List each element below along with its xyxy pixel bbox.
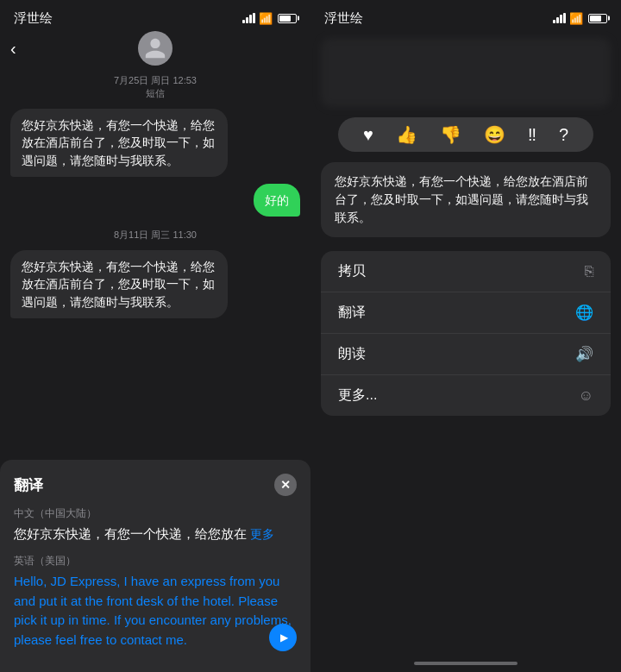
- context-menu-copy[interactable]: 拷贝 ⎘: [321, 251, 611, 292]
- blurred-contact-area: [321, 38, 611, 107]
- context-menu-copy-label: 拷贝: [338, 262, 366, 280]
- right-context-area: ♥ 👍 👎 😄 ‼ ? 您好京东快递，有您一个快递，给您放在酒店前台了，您及时取…: [310, 31, 621, 655]
- context-translate-icon: 🌐: [575, 304, 593, 322]
- more-link[interactable]: 更多: [250, 527, 274, 541]
- reaction-thumbdown[interactable]: 👎: [440, 124, 461, 145]
- battery-icon: [278, 14, 297, 23]
- context-more-icon: ☺: [579, 387, 593, 405]
- message-bubble-2[interactable]: 好的: [254, 184, 300, 217]
- reaction-heart[interactable]: ♥: [363, 125, 373, 145]
- context-menu-more-label: 更多...: [338, 386, 377, 405]
- right-signal-icon: [553, 13, 566, 23]
- right-home-bar: [414, 662, 518, 665]
- right-status-bar: 浮世绘 📶: [310, 0, 621, 31]
- context-menu: 拷贝 ⎘ 翻译 🌐 朗读 🔊 更多... ☺: [321, 251, 611, 416]
- right-app-title: 浮世绘: [324, 10, 363, 27]
- translation-title: 翻译: [14, 475, 43, 495]
- reaction-smile[interactable]: 😄: [484, 124, 505, 145]
- context-menu-read[interactable]: 朗读 🔊: [321, 334, 611, 375]
- translation-header: 翻译 ✕: [14, 474, 297, 496]
- translated-text: Hello, JD Express, I have an express fro…: [14, 572, 297, 650]
- reaction-question[interactable]: ?: [559, 125, 568, 145]
- right-phone-panel: 浮世绘 📶 ♥ 👍 👎 😄 ‼ ? 您好京东快递: [310, 0, 621, 672]
- message-bubble-1[interactable]: 您好京东快递，有您一个快递，给您放在酒店前台了，您及时取一下，如遇问题，请您随时…: [10, 109, 228, 177]
- reaction-thumbup[interactable]: 👍: [396, 124, 417, 145]
- reaction-exclamation[interactable]: ‼: [528, 125, 536, 145]
- translation-close-button[interactable]: ✕: [274, 474, 297, 496]
- date-label-1: 7月25日 周日 12:53 短信: [10, 74, 300, 100]
- left-status-icons: 📶: [242, 12, 297, 25]
- context-menu-translate-label: 翻译: [338, 304, 366, 322]
- translation-panel: 翻译 ✕ 中文（中国大陆） 您好京东快递，有您一个快递，给您放在 更多 英语（美…: [0, 460, 310, 672]
- sms-label: 短信: [146, 88, 165, 98]
- context-copy-icon: ⎘: [585, 263, 593, 280]
- left-status-bar: 浮世绘 📶: [0, 0, 310, 31]
- wifi-icon: 📶: [259, 12, 273, 25]
- source-lang-label: 中文（中国大陆）: [14, 506, 297, 521]
- back-button[interactable]: ‹: [10, 39, 16, 59]
- left-app-title: 浮世绘: [14, 10, 53, 27]
- context-menu-translate[interactable]: 翻译 🌐: [321, 292, 611, 334]
- contact-avatar[interactable]: [138, 31, 172, 66]
- left-phone-panel: 浮世绘 📶 ‹ 7月25日 周日 12:53 短信: [0, 0, 310, 672]
- right-home-indicator: [310, 655, 621, 672]
- left-messages-area: 7月25日 周日 12:53 短信 您好京东快递，有您一个快递，给您放在酒店前台…: [0, 69, 310, 524]
- left-nav-bar: ‹: [0, 31, 310, 69]
- context-menu-read-label: 朗读: [338, 345, 366, 363]
- target-lang-label: 英语（美国）: [14, 554, 297, 568]
- original-text: 您好京东快递，有您一个快递，给您放在 更多: [14, 524, 297, 543]
- right-status-icons: 📶: [553, 12, 607, 25]
- context-message-bubble: 您好京东快递，有您一个快递，给您放在酒店前台了，您及时取一下，如遇问题，请您随时…: [321, 162, 611, 237]
- right-wifi-icon: 📶: [569, 12, 583, 25]
- context-menu-more[interactable]: 更多... ☺: [321, 375, 611, 416]
- date-label-2: 8月11日 周三 11:30: [10, 229, 300, 242]
- message-bubble-3[interactable]: 您好京东快递，有您一个快递，给您放在酒店前台了，您及时取一下，如遇问题，请您随时…: [10, 250, 228, 318]
- signal-icon: [242, 13, 255, 23]
- reaction-bar: ♥ 👍 👎 😄 ‼ ?: [338, 117, 593, 152]
- context-read-icon: 🔊: [575, 345, 593, 363]
- avatar-icon: [143, 36, 167, 60]
- right-battery-icon: [588, 14, 607, 23]
